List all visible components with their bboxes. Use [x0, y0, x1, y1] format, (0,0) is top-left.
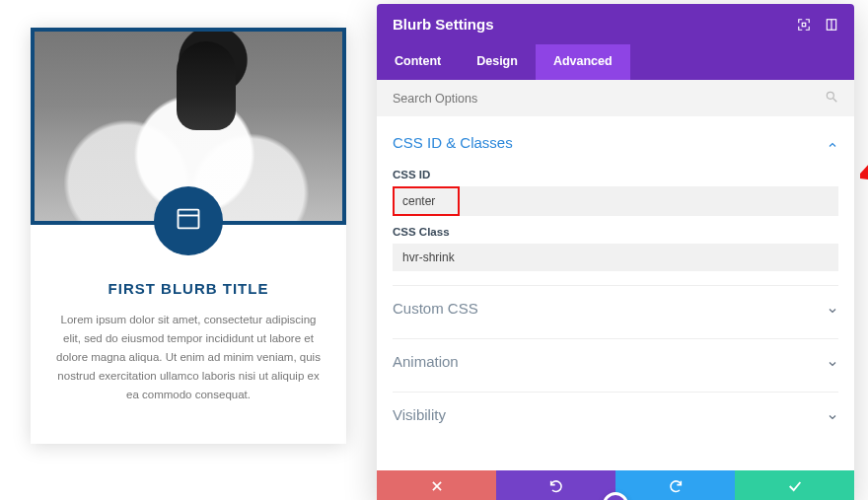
svg-rect-0 [179, 210, 199, 229]
settings-panel: Blurb Settings Content Design Advanced [377, 4, 854, 500]
blurb-text: Lorem ipsum dolor sit amet, consectetur … [52, 311, 325, 404]
label-css-class: CSS Class [393, 226, 838, 238]
panel-title: Blurb Settings [393, 16, 494, 33]
section-title-animation: Animation [393, 353, 459, 370]
chevron-down-icon [827, 303, 838, 315]
preview-area: FIRST BLURB TITLE Lorem ipsum dolor sit … [0, 0, 377, 500]
blurb-image-frame [31, 28, 346, 225]
close-icon [430, 479, 444, 497]
section-custom-css[interactable]: Custom CSS [393, 286, 838, 324]
tab-design[interactable]: Design [459, 44, 536, 80]
css-id-highlight [393, 186, 460, 216]
svg-point-5 [827, 92, 833, 99]
tab-content[interactable]: Content [377, 44, 459, 80]
svg-line-6 [833, 99, 837, 103]
undo-button[interactable] [496, 470, 615, 500]
search-input[interactable] [393, 92, 794, 106]
section-title-customcss: Custom CSS [393, 300, 478, 317]
section-css-id-classes[interactable]: CSS ID & Classes [393, 120, 838, 159]
css-id-input[interactable] [395, 190, 458, 212]
annotation-arrow [860, 148, 868, 183]
section-animation[interactable]: Animation [393, 339, 838, 378]
redo-button[interactable] [615, 470, 735, 500]
discard-button[interactable] [377, 470, 496, 500]
tab-advanced[interactable]: Advanced [536, 44, 630, 80]
redo-icon [668, 478, 684, 498]
blurb-title: FIRST BLURB TITLE [52, 280, 325, 297]
section-visibility[interactable]: Visibility [393, 393, 838, 431]
settings-tabs: Content Design Advanced [377, 44, 854, 80]
chevron-down-icon [827, 356, 838, 368]
check-icon [787, 478, 803, 498]
undo-icon [548, 478, 564, 498]
blurb-icon-circle [154, 186, 223, 255]
css-id-input-remainder[interactable] [460, 187, 838, 215]
chevron-up-icon [827, 137, 838, 149]
label-css-id: CSS ID [393, 169, 838, 180]
section-title-css: CSS ID & Classes [393, 134, 513, 151]
window-icon [175, 205, 202, 237]
blurb-module[interactable]: FIRST BLURB TITLE Lorem ipsum dolor sit … [31, 28, 346, 444]
save-button[interactable] [735, 470, 854, 500]
chevron-down-icon [827, 409, 838, 421]
svg-rect-2 [802, 23, 806, 27]
section-title-visibility: Visibility [393, 406, 446, 423]
expand-icon[interactable] [797, 18, 811, 32]
css-class-input[interactable] [393, 244, 838, 271]
snap-column-icon[interactable] [825, 18, 838, 32]
search-row [377, 80, 854, 116]
blurb-body: FIRST BLURB TITLE Lorem ipsum dolor sit … [31, 225, 346, 444]
search-icon[interactable] [825, 90, 838, 107]
panel-header: Blurb Settings [377, 4, 854, 44]
